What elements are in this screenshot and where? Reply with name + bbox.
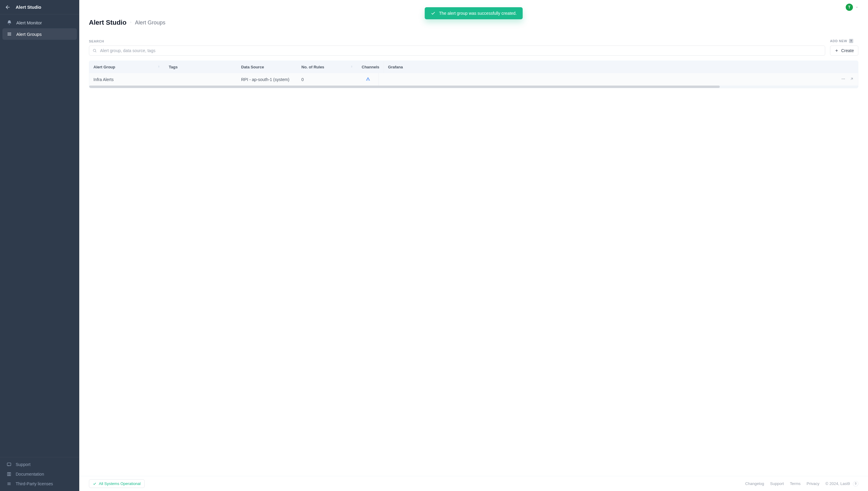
horizontal-scrollbar[interactable]: [89, 86, 858, 88]
status-pill[interactable]: All Systems Operational: [89, 479, 145, 488]
th-data-source[interactable]: Data Source: [237, 61, 297, 73]
create-button-label: Create: [841, 48, 854, 53]
copyright-text: © 2024, Last9: [825, 481, 850, 486]
brand-badge-icon: 9: [853, 481, 858, 487]
table-header: Alert Group Tags Data Source No. of Rule…: [89, 61, 858, 73]
td-group: Infra Alerts: [89, 73, 165, 86]
sidebar-footer-label: Third-Party licenses: [16, 481, 53, 486]
sort-icon: [350, 64, 353, 69]
search-input[interactable]: [89, 46, 825, 56]
sidebar-item-label: Alert Groups: [16, 32, 41, 37]
td-channels: [358, 73, 379, 86]
svg-line-8: [95, 52, 96, 52]
warning-icon[interactable]: [366, 77, 370, 82]
th-rules[interactable]: No. of Rules: [297, 61, 358, 73]
sidebar-title: Alert Studio: [16, 4, 41, 10]
alert-groups-table: Alert Group Tags Data Source No. of Rule…: [89, 61, 858, 88]
row-actions: [841, 77, 854, 82]
status-text: All Systems Operational: [99, 481, 141, 486]
check-icon: [431, 11, 436, 16]
footer-link-privacy[interactable]: Privacy: [807, 481, 819, 486]
chevron-down-icon: [855, 6, 858, 9]
copyright: © 2024, Last9 9: [825, 481, 858, 487]
sidebar-footer-licenses[interactable]: Third-Party licenses: [2, 479, 77, 489]
th-tags[interactable]: Tags: [165, 61, 237, 73]
sidebar-footer-label: Documentation: [16, 472, 44, 476]
th-grafana[interactable]: Grafana: [384, 61, 858, 73]
page-title: Alert Studio: [89, 19, 127, 27]
external-link-icon[interactable]: [850, 77, 854, 82]
td-rules: 0: [297, 73, 358, 86]
svg-point-12: [843, 79, 844, 79]
list-icon: [7, 481, 11, 486]
td-grafana: [379, 73, 858, 86]
sidebar-footer-support[interactable]: Support: [2, 460, 77, 469]
sidebar-item-alert-groups[interactable]: Alert Groups: [2, 28, 77, 40]
add-new-block: ADD NEW ? Create: [830, 39, 858, 56]
table-row[interactable]: Infra Alerts RPI - ap-south-1 (system) 0: [89, 73, 858, 86]
create-button[interactable]: Create: [830, 46, 858, 56]
list-icon: [7, 31, 12, 37]
th-label: Tags: [169, 65, 177, 69]
sidebar-footer: Support Documentation Third-Party licens…: [0, 457, 79, 491]
avatar: T: [846, 4, 853, 11]
td-data-source: RPI - ap-south-1 (system): [237, 73, 297, 86]
svg-point-13: [844, 79, 845, 79]
search-icon: [92, 49, 97, 53]
th-label: Grafana: [388, 65, 403, 69]
td-tags: [165, 73, 237, 86]
footer-links: Changelog Support Terms Privacy © 2024, …: [745, 481, 858, 487]
back-arrow-icon[interactable]: [5, 4, 11, 10]
breadcrumb-current: Alert Groups: [135, 20, 165, 26]
th-label: Alert Group: [93, 65, 115, 69]
th-channels[interactable]: Channels: [358, 61, 384, 73]
footer-link-terms[interactable]: Terms: [790, 481, 801, 486]
th-label: Channels: [362, 65, 380, 69]
th-label: No. of Rules: [301, 65, 324, 69]
bell-icon: [7, 20, 12, 25]
sidebar: Alert Studio Alert Monitor Alert Groups …: [0, 0, 79, 491]
scrollbar-thumb[interactable]: [89, 86, 720, 88]
footer-link-changelog[interactable]: Changelog: [745, 481, 764, 486]
search-wrap: [89, 46, 825, 56]
th-label: Data Source: [241, 65, 264, 69]
success-toast: The alert group was successfully created…: [425, 7, 523, 19]
search-block: SEARCH: [89, 39, 825, 56]
bottombar: All Systems Operational Changelog Suppor…: [79, 476, 868, 491]
toolbar: SEARCH ADD NEW ? Create: [89, 39, 858, 56]
svg-point-7: [93, 49, 95, 52]
book-icon: [7, 472, 11, 476]
help-icon[interactable]: ?: [849, 39, 853, 43]
plus-icon: [835, 49, 839, 53]
main: The alert group was successfully created…: [79, 0, 868, 491]
table-body: Infra Alerts RPI - ap-south-1 (system) 0: [89, 73, 858, 88]
th-alert-group[interactable]: Alert Group: [89, 61, 165, 73]
sidebar-footer-label: Support: [16, 462, 30, 467]
more-icon[interactable]: [841, 77, 845, 82]
svg-rect-3: [7, 463, 11, 466]
sidebar-header: Alert Studio: [0, 0, 79, 15]
check-icon: [93, 482, 96, 486]
svg-point-11: [842, 79, 842, 79]
breadcrumb-separator: [130, 21, 132, 25]
add-new-label: ADD NEW ?: [830, 39, 858, 43]
toast-message: The alert group was successfully created…: [439, 11, 517, 16]
sidebar-item-label: Alert Monitor: [16, 20, 42, 25]
chat-icon: [7, 462, 11, 467]
sidebar-item-alert-monitor[interactable]: Alert Monitor: [2, 17, 77, 28]
footer-link-support[interactable]: Support: [770, 481, 784, 486]
sidebar-nav: Alert Monitor Alert Groups: [0, 15, 79, 457]
search-label: SEARCH: [89, 39, 825, 43]
sort-icon: [157, 64, 160, 69]
sidebar-footer-docs[interactable]: Documentation: [2, 469, 77, 479]
user-menu[interactable]: T: [846, 4, 858, 11]
add-new-label-text: ADD NEW: [830, 39, 847, 43]
content: SEARCH ADD NEW ? Create A: [79, 33, 868, 476]
